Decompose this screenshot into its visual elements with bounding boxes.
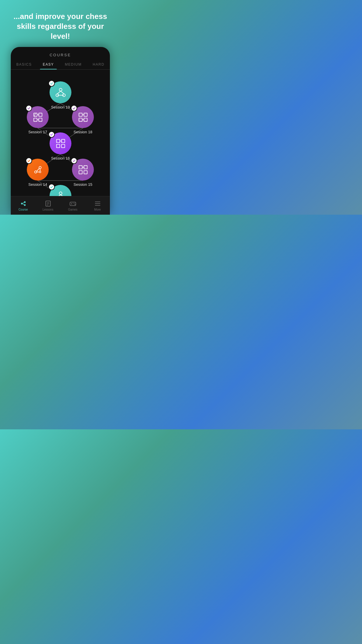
nav-item-more[interactable]: More — [85, 196, 110, 215]
session-icon-17: × × ○ ○ — [32, 112, 43, 123]
svg-text:×: × — [61, 141, 62, 142]
check-badge-14 — [26, 158, 32, 164]
session-circle-16: × × ○ — [50, 132, 71, 154]
svg-text:×: × — [79, 114, 80, 116]
session-node-13[interactable] — [50, 185, 71, 196]
tagline: ...and improve your chess skills regardl… — [0, 0, 121, 47]
session-node-14[interactable]: Session 14 — [27, 159, 49, 187]
svg-text:×: × — [57, 141, 58, 142]
svg-point-75 — [73, 203, 74, 204]
screen-title: COURSE — [11, 47, 110, 60]
session-icon-13 — [55, 190, 66, 196]
svg-point-57 — [59, 192, 62, 195]
session-icon-14 — [32, 164, 43, 175]
svg-rect-54 — [79, 171, 82, 174]
svg-line-47 — [37, 168, 39, 171]
check-badge-17 — [26, 105, 32, 111]
svg-rect-68 — [46, 201, 50, 206]
content-area: Session 19 × × — [11, 70, 110, 196]
phone-inner: COURSE BASICS EASY MEDIUM HARD — [11, 47, 110, 215]
session-circle-14 — [27, 159, 49, 181]
session-node-19[interactable]: Session 19 — [50, 81, 71, 109]
games-icon — [69, 200, 76, 207]
session-map: Session 19 × × — [11, 76, 110, 196]
svg-line-67 — [23, 204, 24, 205]
svg-point-65 — [24, 204, 26, 206]
svg-line-66 — [23, 202, 24, 203]
session-icon-19 — [55, 87, 66, 98]
session-circle-18: × × ○ ○ — [72, 106, 94, 128]
svg-text:○: ○ — [57, 146, 58, 147]
svg-text:×: × — [39, 114, 40, 116]
svg-text:×: × — [84, 114, 85, 116]
session-label-15: Session 15 — [73, 182, 92, 187]
check-badge-15 — [71, 158, 77, 164]
tab-hard[interactable]: HARD — [90, 60, 107, 69]
svg-point-64 — [24, 201, 26, 203]
session-circle-15: × × — [72, 159, 94, 181]
nav-item-lessons[interactable]: Lessons — [36, 196, 60, 215]
svg-text:○: ○ — [79, 119, 80, 121]
svg-text:○: ○ — [84, 119, 85, 121]
svg-line-12 — [57, 91, 60, 94]
svg-rect-55 — [84, 171, 87, 174]
svg-point-45 — [39, 166, 41, 169]
svg-point-76 — [74, 204, 75, 205]
nav-label-lessons: Lessons — [43, 208, 53, 211]
tab-bar: BASICS EASY MEDIUM HARD — [11, 60, 110, 70]
check-badge-16 — [48, 131, 55, 138]
session-circle-19 — [50, 81, 71, 103]
nav-item-games[interactable]: Games — [60, 196, 85, 215]
svg-line-61 — [61, 195, 64, 196]
lessons-icon — [45, 200, 52, 207]
session-node-15[interactable]: × × Session 15 — [72, 159, 94, 187]
svg-text:×: × — [34, 114, 35, 116]
nav-label-course: Course — [18, 208, 28, 211]
more-icon — [94, 200, 101, 207]
nav-label-more: More — [94, 208, 101, 211]
session-node-16[interactable]: × × ○ Session 16 — [50, 132, 71, 160]
svg-text:○: ○ — [39, 119, 40, 121]
tab-medium[interactable]: MEDIUM — [62, 60, 85, 69]
tab-easy[interactable]: EASY — [40, 60, 57, 69]
session-node-18[interactable]: × × ○ ○ Session 18 — [72, 106, 94, 134]
phone-frame: COURSE BASICS EASY MEDIUM HARD — [11, 47, 110, 215]
check-badge-18 — [71, 105, 77, 111]
session-circle-17: × × ○ ○ — [27, 106, 49, 128]
nav-label-games: Games — [68, 208, 77, 211]
session-label-14: Session 14 — [28, 182, 47, 187]
bottom-nav: Course Lessons Games — [11, 196, 110, 215]
session-icon-15: × × — [78, 164, 89, 175]
svg-rect-42 — [61, 144, 64, 148]
session-label-17: Session 17 — [28, 130, 47, 134]
header-section: ...and improve your chess skills regardl… — [0, 0, 121, 47]
session-icon-18: × × ○ ○ — [78, 112, 89, 123]
session-circle-13 — [50, 185, 71, 196]
nav-item-course[interactable]: Course — [11, 196, 36, 215]
session-label-18: Session 18 — [73, 130, 92, 134]
svg-text:×: × — [84, 167, 85, 168]
svg-line-60 — [57, 195, 60, 196]
svg-point-44 — [34, 171, 37, 173]
session-icon-16: × × ○ — [55, 138, 66, 149]
session-label-16: Session 16 — [51, 156, 70, 160]
svg-point-63 — [21, 203, 23, 204]
course-icon — [20, 200, 27, 207]
tab-basics[interactable]: BASICS — [13, 60, 35, 69]
svg-text:×: × — [79, 167, 80, 168]
session-label-19: Session 19 — [51, 105, 70, 109]
svg-line-13 — [61, 91, 64, 94]
check-badge-13 — [48, 184, 55, 190]
svg-text:○: ○ — [34, 119, 35, 121]
session-node-17[interactable]: × × ○ ○ Session 17 — [27, 106, 49, 134]
svg-point-9 — [59, 88, 62, 91]
svg-rect-72 — [70, 202, 76, 206]
check-badge-19 — [48, 80, 55, 87]
svg-point-46 — [39, 171, 41, 173]
